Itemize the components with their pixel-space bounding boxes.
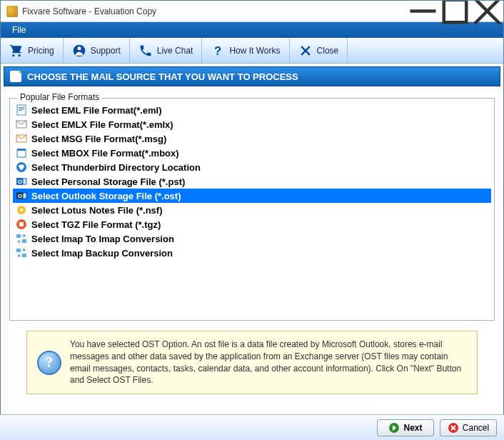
svg-rect-15 [17, 150, 26, 157]
svg-text:O: O [18, 179, 22, 185]
how-it-works-button[interactable]: ? How It Works [202, 38, 289, 63]
support-label: Support [91, 46, 121, 56]
main-area: Popular File Formats Select EML File For… [1, 89, 503, 404]
format-item-imap2imap[interactable]: Select Imap To Imap Conversion [13, 231, 491, 246]
formats-list: Select EML File Format(*.eml) Select EML… [13, 103, 491, 260]
how-it-works-label: How It Works [229, 46, 280, 56]
svg-rect-1 [444, 0, 467, 22]
toolbar-close-label: Close [317, 46, 339, 56]
svg-rect-11 [19, 109, 24, 109]
format-item-nsf[interactable]: Select Lotus Notes File (*.nsf) [13, 203, 491, 217]
format-label: Select Lotus Notes File (*.nsf) [31, 205, 162, 216]
emlx-icon [16, 119, 27, 130]
svg-point-25 [20, 209, 23, 211]
outlook-pst-icon: O [16, 176, 27, 187]
imap-backup-icon [16, 247, 27, 259]
pricing-label: Pricing [28, 46, 54, 56]
cart-icon [9, 44, 24, 58]
maximize-button[interactable] [439, 1, 471, 22]
banner-text: CHOOSE THE MAIL SOURCE THAT YOU WANT TO … [27, 71, 298, 82]
format-item-eml[interactable]: Select EML File Format(*.eml) [13, 103, 491, 117]
next-label: Next [403, 423, 422, 433]
eml-icon [16, 104, 27, 116]
format-item-tgz[interactable]: Select TGZ File Format (*.tgz) [13, 217, 491, 231]
tgz-icon [16, 219, 27, 230]
lotus-icon [16, 204, 27, 216]
svg-rect-20 [23, 179, 26, 184]
svg-point-5 [77, 46, 81, 50]
format-item-emlx[interactable]: Select EMLX File Format(*.emlx) [13, 117, 491, 131]
format-label: Select EML File Format(*.eml) [31, 105, 162, 116]
info-text: You have selected OST Option. An ost fil… [70, 339, 467, 386]
outlook-ost-icon: O [16, 190, 27, 201]
svg-text:O: O [18, 193, 22, 199]
info-icon: ? [37, 351, 61, 375]
format-item-thunderbird[interactable]: Select Thunderbird Directory Location [13, 160, 491, 174]
svg-rect-27 [19, 222, 24, 226]
app-icon [6, 6, 18, 17]
svg-rect-16 [17, 149, 26, 151]
cancel-label: Cancel [463, 423, 489, 433]
svg-rect-30 [16, 249, 21, 252]
phone-icon [138, 44, 153, 58]
svg-rect-29 [22, 239, 26, 243]
format-label: Select Imap To Imap Conversion [31, 234, 174, 244]
menu-file[interactable]: File [6, 24, 31, 36]
pricing-button[interactable]: Pricing [1, 38, 64, 63]
svg-rect-31 [22, 254, 26, 257]
format-label: Select EMLX File Format(*.emlx) [31, 119, 173, 130]
format-label: Select TGZ File Format (*.tgz) [31, 219, 161, 230]
format-label: Select Imap Backup Conversion [31, 248, 173, 259]
formats-fieldset: Popular File Formats Select EML File For… [9, 98, 495, 321]
headset-icon [72, 44, 86, 58]
thunderbird-icon [16, 161, 27, 173]
document-add-icon [10, 71, 21, 82]
toolbar-close-button[interactable]: Close [290, 38, 348, 63]
toolbar: Pricing Support Live Chat ? How It Works… [1, 38, 503, 64]
format-item-ost[interactable]: O Select Outlook Storage File (*.ost) [13, 189, 491, 203]
minimize-button[interactable] [407, 1, 439, 22]
format-item-pst[interactable]: O Select Personal Storage File (*.pst) [13, 174, 491, 189]
svg-rect-23 [23, 193, 26, 199]
title-bar: Fixvare Software - Evaluation Copy [1, 1, 503, 22]
msg-icon [16, 133, 27, 144]
format-item-mbox[interactable]: Select MBOX File Format(*.mbox) [13, 146, 491, 160]
x-icon [298, 44, 313, 58]
svg-rect-10 [19, 107, 24, 108]
next-icon [388, 422, 400, 434]
mbox-icon [16, 147, 27, 159]
format-label: Select Outlook Storage File (*.ost) [31, 191, 181, 201]
cancel-icon [448, 422, 459, 434]
support-button[interactable]: Support [64, 38, 130, 63]
svg-rect-12 [19, 110, 22, 111]
format-label: Select MSG File Format(*.msg) [31, 134, 166, 144]
banner: CHOOSE THE MAIL SOURCE THAT YOU WANT TO … [4, 66, 500, 86]
next-button[interactable]: Next [377, 419, 434, 436]
imap-sync-icon [16, 233, 27, 244]
format-item-msg[interactable]: Select MSG File Format(*.msg) [13, 131, 491, 146]
cancel-button[interactable]: Cancel [440, 419, 497, 436]
format-label: Select Personal Storage File (*.pst) [31, 176, 185, 187]
svg-text:?: ? [214, 44, 221, 57]
formats-legend: Popular File Formats [17, 92, 102, 102]
info-box: ? You have selected OST Option. An ost f… [26, 331, 478, 394]
format-label: Select Thunderbird Directory Location [31, 162, 201, 173]
live-chat-button[interactable]: Live Chat [130, 38, 203, 63]
window-close-button[interactable] [471, 1, 503, 22]
footer: Next Cancel [0, 414, 504, 440]
format-item-imapbackup[interactable]: Select Imap Backup Conversion [13, 246, 491, 260]
svg-rect-28 [16, 234, 21, 238]
window-title: Fixvare Software - Evaluation Copy [22, 6, 407, 16]
question-icon: ? [211, 44, 225, 58]
format-label: Select MBOX File Format(*.mbox) [31, 148, 179, 159]
live-chat-label: Live Chat [157, 46, 193, 56]
